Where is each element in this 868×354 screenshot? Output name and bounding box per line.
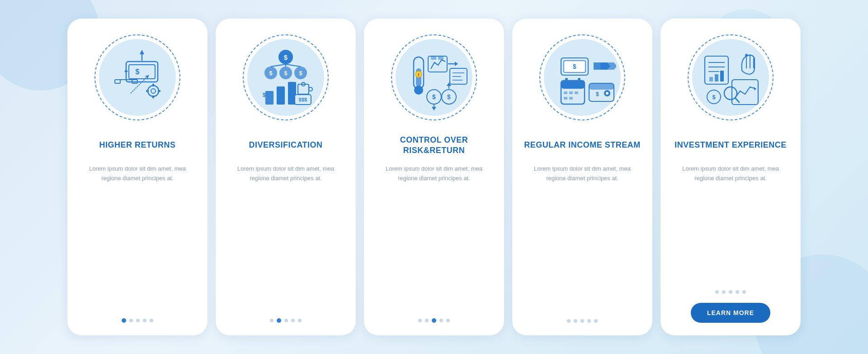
card-description-regular-income: Lorem ipsum dolor sit dim amet, mea regi… [523, 164, 642, 183]
card-description-control-risk: Lorem ipsum dolor sit dim amet, mea regi… [375, 164, 493, 183]
card-title-regular-income: REGULAR INCOME STREAM [524, 134, 641, 157]
dot-1 [567, 319, 571, 323]
dot-2 [425, 319, 429, 322]
regular-income-icon: $ [548, 43, 616, 111]
svg-rect-29 [265, 91, 274, 105]
investment-experience-icon: $ [697, 43, 764, 111]
svg-line-28 [286, 64, 301, 67]
svg-rect-15 [158, 90, 160, 92]
svg-text:$: $ [596, 91, 599, 97]
dots-regular-income [567, 306, 598, 323]
svg-rect-73 [569, 91, 573, 94]
card-title-diversification: DIVERSIFICATION [249, 134, 322, 157]
svg-rect-44 [431, 56, 436, 60]
svg-text:!: ! [418, 72, 420, 77]
card-illustration-diversification: $ $ $ $ $ [241, 32, 331, 123]
dot-2 [722, 290, 726, 294]
learn-more-button[interactable]: LEARN MORE [691, 303, 770, 323]
dot-3 [580, 319, 584, 323]
svg-text:$: $ [263, 92, 266, 98]
card-illustration-control-risk: ! $ $ [389, 32, 479, 123]
card-title-control-risk: CONTROL OVER RISK&RETURN [375, 134, 493, 157]
dots-investment-experience [715, 277, 746, 294]
svg-marker-65 [607, 62, 616, 70]
svg-rect-45 [438, 56, 443, 60]
card-title-higher-returns: HIGHER RETURNS [99, 134, 175, 157]
dots-control-risk [418, 306, 450, 323]
dot-3 [284, 319, 288, 322]
control-risk-icon: ! $ $ [400, 43, 468, 111]
svg-point-93 [745, 54, 748, 57]
dot-2 [129, 319, 133, 322]
svg-marker-4 [140, 50, 144, 54]
dot-5 [594, 319, 598, 323]
svg-rect-12 [152, 84, 154, 86]
svg-rect-76 [569, 97, 573, 100]
svg-line-26 [271, 64, 286, 67]
svg-rect-94 [732, 80, 758, 105]
svg-marker-57 [432, 107, 436, 110]
card-illustration-regular-income: $ [537, 32, 627, 123]
card-control-risk: ! $ $ [364, 19, 504, 335]
svg-text:$: $ [573, 63, 576, 70]
svg-rect-78 [589, 83, 614, 90]
svg-text:$: $ [447, 93, 451, 100]
svg-text:$: $ [284, 70, 288, 77]
dot-1 [715, 290, 719, 294]
card-description-diversification: Lorem ipsum dolor sit dim amet, mea regi… [226, 164, 345, 183]
dot-4 [736, 290, 739, 294]
svg-rect-72 [564, 91, 567, 94]
svg-text:$: $ [432, 93, 436, 100]
card-diversification: $ $ $ $ $ [216, 19, 356, 335]
card-regular-income: $ [512, 19, 652, 335]
svg-rect-14 [146, 90, 149, 92]
svg-text:$: $ [269, 70, 273, 77]
dot-4 [587, 319, 591, 323]
cards-container: $ HIGHER RETU [49, 5, 819, 349]
svg-point-80 [606, 92, 609, 95]
dot-3 [432, 318, 436, 323]
svg-point-11 [151, 89, 156, 93]
svg-marker-7 [124, 69, 128, 72]
dots-diversification [270, 306, 302, 323]
svg-text:$$$: $$$ [299, 97, 307, 102]
card-illustration-higher-returns: $ [92, 32, 183, 123]
svg-rect-30 [277, 86, 285, 105]
svg-text:$: $ [284, 53, 288, 61]
dot-2 [574, 319, 577, 323]
svg-point-10 [148, 86, 159, 96]
dot-3 [729, 290, 732, 294]
svg-text:$: $ [299, 70, 302, 77]
dot-5 [298, 319, 302, 322]
svg-rect-35 [309, 87, 312, 91]
dot-5 [150, 319, 153, 322]
svg-point-40 [414, 86, 423, 95]
dot-2 [277, 318, 281, 323]
svg-marker-47 [455, 62, 458, 66]
dot-3 [136, 319, 140, 322]
svg-text:$: $ [712, 94, 716, 100]
dot-4 [439, 319, 443, 322]
dots-higher-returns [122, 306, 153, 323]
card-title-investment-experience: INVESTMENT EXPERIENCE [675, 134, 787, 157]
svg-rect-1 [129, 65, 155, 79]
card-description-investment-experience: Lorem ipsum dolor sit dim amet, mea regi… [671, 164, 790, 183]
svg-rect-8 [115, 80, 120, 83]
dot-1 [270, 319, 274, 322]
dot-5 [446, 319, 450, 322]
svg-rect-67 [561, 81, 585, 89]
card-description-higher-returns: Lorem ipsum dolor sit dim amet, mea regi… [78, 164, 197, 183]
svg-text:$: $ [136, 68, 140, 76]
dot-5 [742, 290, 746, 294]
svg-rect-88 [720, 71, 724, 81]
svg-rect-74 [575, 91, 578, 94]
card-investment-experience: $ INVESTMENT EXPERIENCE Lorem ipsum dolo… [660, 19, 801, 335]
dot-1 [122, 318, 126, 323]
diversification-icon: $ $ $ $ $ [252, 43, 320, 111]
dot-4 [143, 319, 146, 322]
svg-rect-87 [715, 74, 718, 81]
dot-4 [291, 319, 295, 322]
svg-rect-86 [709, 77, 713, 81]
svg-rect-13 [152, 96, 154, 98]
card-higher-returns: $ HIGHER RETU [67, 19, 208, 335]
